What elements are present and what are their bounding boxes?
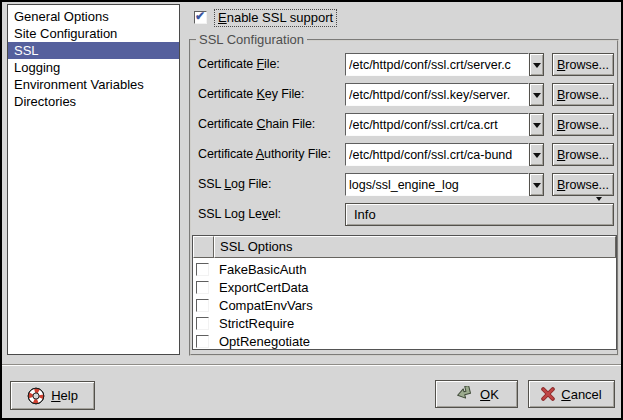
enter-arrow-icon: [454, 386, 474, 402]
certificate-file-input[interactable]: [345, 53, 529, 76]
compatenvvars-checkbox[interactable]: [196, 299, 209, 312]
certificate-file-browse-button[interactable]: Browse...: [552, 53, 614, 76]
certificate-file-row: Certificate File: Browse...: [191, 53, 617, 76]
table-header-checkbox-column[interactable]: [193, 236, 214, 258]
sidebar-item-logging[interactable]: Logging: [8, 59, 179, 76]
ssl-log-level-label: SSL Log Level:: [198, 207, 281, 221]
ssl-options-table: SSL Options FakeBasicAuth ExportCertData…: [192, 235, 617, 350]
certificate-chain-file-input[interactable]: [345, 113, 529, 136]
frame-title: SSL Configuration: [196, 32, 307, 47]
chevron-down-icon: [533, 93, 541, 102]
table-row[interactable]: StrictRequire: [193, 314, 616, 332]
lifesaver-icon: [27, 387, 45, 405]
certificate-chain-file-combo-button[interactable]: [529, 113, 544, 136]
ssl-log-file-row: SSL Log File: Browse...: [191, 173, 617, 196]
certificate-key-file-row: Certificate Key File: Browse...: [191, 83, 617, 106]
row-label: FakeBasicAuth: [219, 262, 306, 277]
certificate-authority-file-input[interactable]: [345, 143, 529, 166]
certificate-key-file-browse-button[interactable]: Browse...: [552, 83, 614, 106]
ok-button[interactable]: OK: [435, 380, 518, 408]
table-row[interactable]: CompatEnvVars: [193, 296, 616, 314]
chevron-down-icon: [533, 153, 541, 162]
ssl-log-level-value: Info: [354, 207, 376, 222]
enable-ssl-row: Enable SSL support: [194, 7, 337, 28]
row-label: OptRenegotiate: [219, 334, 310, 349]
table-body: FakeBasicAuth ExportCertData CompatEnvVa…: [193, 258, 616, 350]
certificate-chain-file-label: Certificate Chain File:: [198, 117, 315, 131]
sidebar-item-ssl[interactable]: SSL: [8, 42, 179, 59]
certificate-chain-file-row: Certificate Chain File: Browse...: [191, 113, 617, 136]
exportcertdata-checkbox[interactable]: [196, 281, 209, 294]
table-header-ssl-options[interactable]: SSL Options: [214, 236, 616, 258]
table-row[interactable]: ExportCertData: [193, 278, 616, 296]
ssl-log-file-browse-button[interactable]: Browse...: [552, 173, 614, 196]
ssl-log-file-label: SSL Log File:: [198, 177, 271, 191]
sidebar-item-general-options[interactable]: General Options: [8, 8, 179, 25]
certificate-authority-file-browse-button[interactable]: Browse...: [552, 143, 614, 166]
table-row[interactable]: OptRenegotiate: [193, 332, 616, 350]
table-header: SSL Options: [193, 236, 616, 258]
fakebasicauth-checkbox[interactable]: [196, 263, 209, 276]
cancel-button[interactable]: Cancel: [528, 380, 615, 408]
certificate-key-file-label: Certificate Key File:: [198, 87, 304, 101]
row-label: ExportCertData: [219, 280, 309, 295]
ssl-configuration-frame: SSL Configuration Certificate File: Brow…: [189, 39, 619, 356]
cancel-button-label: Cancel: [561, 387, 601, 402]
table-row[interactable]: FakeBasicAuth: [193, 260, 616, 278]
chevron-down-icon: [533, 183, 541, 192]
ssl-log-level-dropdown[interactable]: Info: [345, 203, 614, 226]
sidebar-item-directories[interactable]: Directories: [8, 93, 179, 110]
certificate-authority-file-combo-button[interactable]: [529, 143, 544, 166]
help-button[interactable]: Help: [10, 381, 95, 410]
chevron-down-icon: [533, 123, 541, 132]
help-button-label: Help: [51, 388, 78, 403]
optrenegotiate-checkbox[interactable]: [196, 335, 209, 348]
chevron-down-icon: [533, 63, 541, 72]
enable-ssl-label[interactable]: Enable SSL support: [214, 9, 337, 27]
certificate-file-label: Certificate File:: [198, 57, 280, 71]
sidebar-item-environment-variables[interactable]: Environment Variables: [8, 76, 179, 93]
certificate-authority-file-label: Certificate Authority File:: [198, 147, 331, 161]
certificate-file-combo-button[interactable]: [529, 53, 544, 76]
certificate-key-file-input[interactable]: [345, 83, 529, 106]
red-x-icon: [541, 387, 555, 401]
ok-button-label: OK: [480, 387, 499, 402]
ssl-log-level-row: SSL Log Level: Info: [191, 203, 617, 226]
ssl-log-file-combo-button[interactable]: [529, 173, 544, 196]
sidebar-item-site-configuration[interactable]: Site Configuration: [8, 25, 179, 42]
strictrequire-checkbox[interactable]: [196, 317, 209, 330]
certificate-chain-file-browse-button[interactable]: Browse...: [552, 113, 614, 136]
footer-separator: [2, 364, 621, 366]
enable-ssl-checkbox[interactable]: [194, 11, 207, 24]
ssl-log-file-input[interactable]: [345, 173, 529, 196]
certificate-key-file-combo-button[interactable]: [529, 83, 544, 106]
row-label: StrictRequire: [219, 316, 294, 331]
row-label: CompatEnvVars: [219, 298, 313, 313]
category-list: General Options Site Configuration SSL L…: [7, 4, 180, 355]
certificate-authority-file-row: Certificate Authority File: Browse...: [191, 143, 617, 166]
httpd-ssl-config-dialog: General Options Site Configuration SSL L…: [0, 0, 623, 420]
